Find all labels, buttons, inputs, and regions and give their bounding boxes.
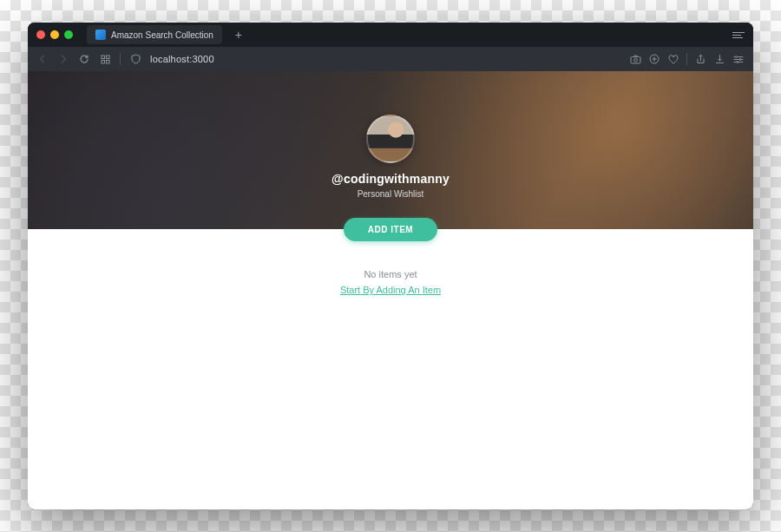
add-icon[interactable] [648,53,660,65]
url-field[interactable]: localhost:3000 [150,54,214,64]
empty-state: No items yet Start By Adding An Item [28,269,753,297]
svg-rect-3 [106,60,109,63]
grid-icon[interactable] [99,53,111,65]
browser-tab[interactable]: Amazon Search Collection [87,25,222,44]
favicon-icon [95,30,106,40]
minimize-window-button[interactable] [50,30,59,39]
profile-subtitle: Personal Wishlist [358,189,424,199]
download-icon[interactable] [713,53,725,65]
profile-hero: @codingwithmanny Personal Wishlist [28,71,753,229]
svg-point-8 [739,58,741,60]
svg-rect-1 [106,56,109,59]
avatar [366,115,415,163]
window-controls [36,30,73,39]
settings-icon[interactable] [732,53,745,65]
svg-point-7 [736,56,738,57]
page-content: @codingwithmanny Personal Wishlist ADD I… [28,71,753,509]
empty-message: No items yet [28,269,753,279]
new-tab-button[interactable]: + [229,25,248,44]
divider [120,53,121,65]
svg-point-5 [633,58,637,62]
share-icon[interactable] [694,53,706,65]
reload-button[interactable] [78,53,90,65]
tab-title: Amazon Search Collection [111,30,213,40]
tab-overview-icon[interactable] [732,32,746,38]
address-bar: localhost:3000 [28,47,753,71]
tab-bar: Amazon Search Collection + [28,23,753,47]
back-button[interactable] [36,53,49,65]
svg-rect-4 [631,56,640,63]
start-adding-link[interactable]: Start By Adding An Item [340,285,441,295]
forward-button[interactable] [57,53,69,65]
heart-icon[interactable] [667,53,679,65]
shield-icon[interactable] [129,53,141,65]
svg-point-9 [737,61,738,62]
profile-handle: @codingwithmanny [331,172,450,186]
maximize-window-button[interactable] [64,30,73,39]
add-item-button[interactable]: ADD ITEM [344,218,437,241]
browser-window: Amazon Search Collection + localhost:300… [28,23,753,509]
close-window-button[interactable] [36,30,45,39]
divider [686,53,687,65]
screenshot-icon[interactable] [629,53,641,65]
action-row: ADD ITEM [28,229,753,252]
svg-rect-0 [102,56,105,59]
svg-rect-2 [102,60,105,63]
